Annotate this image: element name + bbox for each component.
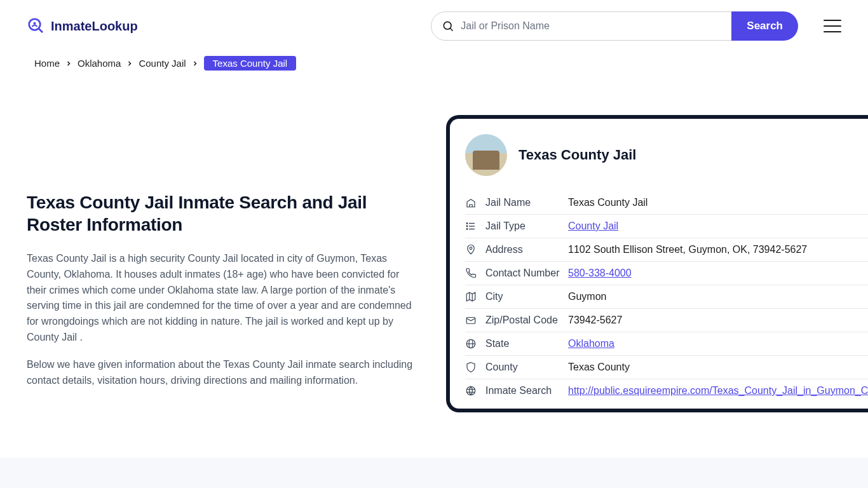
row-value: 580-338-4000 — [568, 268, 632, 279]
svg-line-1 — [39, 29, 43, 32]
row-label: State — [485, 338, 568, 349]
svg-point-11 — [470, 247, 472, 250]
row-value: Guymon — [568, 291, 606, 302]
article-paragraph-1: Texas County Jail is a high security Cou… — [27, 251, 421, 346]
card-header: Texas County Jail — [465, 134, 868, 176]
svg-point-10 — [466, 229, 468, 230]
breadcrumb-type[interactable]: County Jail — [139, 58, 186, 69]
row-value: Oklahoma — [568, 338, 614, 349]
search-input[interactable] — [461, 20, 721, 32]
row-city: City Guymon — [465, 285, 868, 309]
row-inmate-search: Inmate Search http://public.esquireempir… — [465, 379, 868, 402]
row-label: Jail Type — [485, 220, 568, 232]
secondary-section-bg — [0, 458, 868, 488]
state-link[interactable]: Oklahoma — [568, 338, 614, 349]
svg-point-2 — [34, 22, 36, 25]
chevron-right-icon — [65, 60, 72, 67]
header-right: Search — [431, 11, 841, 41]
page-title: Texas County Jail Inmate Search and Jail… — [27, 191, 421, 236]
globe-icon — [465, 338, 477, 349]
facility-info-card: Texas County Jail Jail Name Texas County… — [446, 115, 868, 412]
svg-line-4 — [451, 29, 453, 31]
breadcrumb-state[interactable]: Oklahoma — [78, 58, 121, 69]
svg-point-9 — [466, 226, 468, 227]
mail-icon — [465, 315, 477, 326]
row-value: 1102 South Ellison Street, Guymon, OK, 7… — [568, 244, 807, 255]
breadcrumb-home[interactable]: Home — [34, 58, 60, 69]
svg-marker-12 — [466, 292, 475, 301]
row-state: State Oklahoma — [465, 332, 868, 356]
info-card-column: Texas County Jail Jail Name Texas County… — [446, 96, 868, 412]
map-icon — [465, 291, 477, 302]
shield-icon — [465, 362, 477, 373]
phone-icon — [465, 268, 477, 279]
row-label: Address — [485, 244, 568, 255]
search-person-icon — [27, 17, 46, 36]
row-label: Inmate Search — [485, 385, 568, 396]
svg-point-8 — [466, 223, 468, 224]
inmate-search-link[interactable]: http://public.esquireempire.com/Texas_Co… — [568, 385, 868, 396]
row-jail-type: Jail Type County Jail — [465, 215, 868, 238]
search-button[interactable]: Search — [731, 11, 798, 41]
breadcrumb-current: Texas County Jail — [204, 56, 297, 71]
search-group: Search — [431, 11, 798, 41]
row-value: http://public.esquireempire.com/Texas_Co… — [568, 385, 868, 396]
facility-avatar — [465, 134, 507, 176]
row-value: County Jail — [568, 220, 618, 232]
building-icon — [465, 197, 477, 208]
main-content: Texas County Jail Inmate Search and Jail… — [0, 96, 868, 412]
breadcrumb: Home Oklahoma County Jail Texas County J… — [0, 52, 868, 71]
chevron-right-icon — [126, 60, 133, 67]
row-contact: Contact Number 580-338-4000 — [465, 262, 868, 285]
row-label: Contact Number — [485, 268, 568, 279]
row-jail-name: Jail Name Texas County Jail — [465, 191, 868, 215]
row-address: Address 1102 South Ellison Street, Guymo… — [465, 238, 868, 262]
search-box[interactable] — [431, 11, 732, 41]
list-icon — [465, 220, 477, 232]
logo[interactable]: InmateLookup — [27, 17, 138, 36]
brand-name: InmateLookup — [51, 19, 138, 34]
row-label: Zip/Postal Code — [485, 315, 568, 326]
article-paragraph-2: Below we have given information about th… — [27, 357, 421, 389]
map-pin-icon — [465, 244, 477, 255]
page-header: InmateLookup Search — [0, 0, 868, 52]
row-value: Texas County — [568, 362, 630, 373]
row-label: Jail Name — [485, 197, 568, 208]
chevron-right-icon — [191, 60, 199, 67]
facility-name: Texas County Jail — [519, 147, 636, 163]
jail-type-link[interactable]: County Jail — [568, 220, 618, 231]
web-icon — [465, 385, 477, 396]
svg-point-19 — [466, 386, 475, 395]
menu-button[interactable] — [824, 20, 841, 32]
article-column: Texas County Jail Inmate Search and Jail… — [27, 96, 421, 400]
row-value: Texas County Jail — [568, 197, 648, 208]
svg-point-3 — [444, 22, 452, 29]
search-icon — [442, 20, 454, 32]
row-zip: Zip/Postal Code 73942-5627 — [465, 309, 868, 332]
row-county: County Texas County — [465, 356, 868, 379]
row-value: 73942-5627 — [568, 315, 622, 326]
row-label: City — [485, 291, 568, 302]
phone-link[interactable]: 580-338-4000 — [568, 268, 632, 278]
row-label: County — [485, 362, 568, 373]
